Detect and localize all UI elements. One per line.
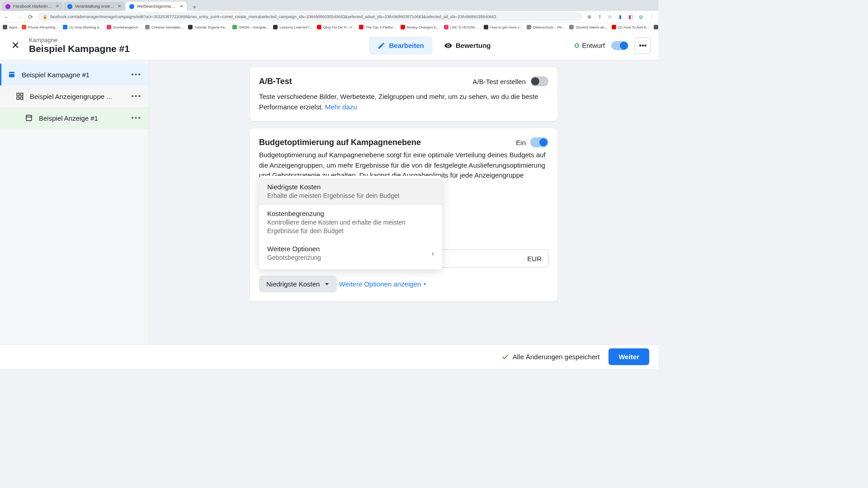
bookmark-favicon-icon (188, 25, 193, 29)
bookmark-favicon-icon (484, 25, 488, 29)
extension-icon-1[interactable]: ▮ (617, 14, 623, 20)
tab-close-icon[interactable]: ✕ (179, 5, 183, 8)
bookmark-item[interactable]: Tutorial: Eigene Fa... (188, 25, 228, 29)
bookmark-item[interactable]: Datenschutz – Re... (527, 25, 565, 29)
item-more-icon[interactable]: ••• (131, 70, 142, 79)
bookmark-favicon-icon (107, 25, 111, 29)
bookmark-favicon-icon (317, 25, 321, 29)
bookmark-item[interactable]: How to get more v... (484, 25, 522, 29)
browser-chrome: Facebook Marketing & Werbe...✕Veranstalt… (0, 0, 658, 31)
extension-icon-3[interactable]: ◍ (638, 14, 644, 20)
bookmark-item[interactable]: (1) How Working a... (63, 25, 102, 29)
tab-close-icon[interactable]: ✕ (56, 5, 59, 8)
bookmark-favicon-icon (654, 25, 658, 29)
tab-close-icon[interactable]: ✕ (118, 5, 121, 8)
favicon-icon (5, 4, 10, 9)
url-input[interactable]: 🔒 facebook.com/adsmanager/manage/campaig… (38, 12, 582, 21)
ad-icon (24, 113, 33, 122)
budget-toggle-label: Ein (516, 139, 526, 146)
abtest-toggle-label: A/B-Test erstellen (472, 78, 526, 85)
sidebar: Beispiel Kampagne #1•••Beispiel Anzeigen… (0, 60, 149, 344)
svg-rect-3 (21, 97, 23, 99)
dropdown-option[interactable]: Weitere OptionenGebotsbegrenzung› (259, 240, 442, 267)
budget-toggle[interactable] (530, 137, 548, 147)
draft-label: Entwurf (582, 42, 605, 49)
header-titles: Kampagne Beispiel Kampagne #1 (29, 37, 130, 54)
show-more-options-link[interactable]: Weitere Optionen anzeigen ▾ (339, 280, 426, 288)
sidebar-item-ad[interactable]: Beispiel Anzeige #1••• (0, 107, 149, 129)
close-button[interactable]: ✕ (7, 38, 24, 54)
sidebar-item-label: Beispiel Anzeigengruppe ... (30, 93, 131, 100)
tab-title: Veranstaltung erstellen | Face... (75, 4, 115, 9)
svg-rect-1 (21, 93, 23, 95)
extension-icon-2[interactable]: ◧ (627, 14, 634, 20)
campaign-active-toggle[interactable] (611, 41, 628, 50)
caret-down-icon: ▾ (424, 282, 426, 286)
sidebar-item-campaign[interactable]: Beispiel Kampagne #1••• (0, 64, 149, 85)
forward-button[interactable]: → (14, 13, 23, 21)
bookmark-item[interactable]: Phone Recycling... (22, 25, 58, 29)
bid-strategy-dropdown[interactable]: Niedrigste Kosten (259, 276, 337, 292)
browser-tab[interactable]: Facebook Marketing & Werbe...✕ (2, 2, 63, 11)
url-bar: ← → ⟳ 🔒 facebook.com/adsmanager/manage/c… (0, 11, 658, 23)
bookmark-item[interactable]: Apps (3, 25, 17, 29)
item-more-icon[interactable]: ••• (131, 92, 142, 100)
bookmark-item[interactable]: Chinese translatio... (145, 25, 184, 29)
bookmark-favicon-icon (527, 25, 531, 29)
bookmark-item[interactable]: The Top 3 Platfor... (359, 25, 396, 29)
next-button[interactable]: Weiter (609, 348, 649, 365)
bookmark-item[interactable]: Lessons Learned f... (273, 25, 312, 29)
dropdown-option[interactable]: KostenbegrenzungKontrolliere deine Koste… (259, 205, 442, 240)
status-dot-icon (575, 43, 579, 48)
bookmarks-bar: AppsPhone Recycling...(1) How Working a.… (0, 23, 658, 31)
bookmark-favicon-icon (401, 25, 405, 29)
bookmark-favicon-icon (359, 25, 363, 29)
edit-label: Bearbeiten (389, 42, 424, 49)
lock-icon: 🔒 (42, 14, 47, 19)
bookmark-item[interactable]: Student Wants an... (569, 25, 607, 29)
star-icon[interactable]: ☆ (607, 14, 613, 20)
header-label: Kampagne (29, 37, 130, 43)
chevron-right-icon: › (432, 249, 434, 258)
bookmark-favicon-icon (232, 25, 237, 29)
browser-tab[interactable]: Veranstaltung erstellen | Face...✕ (64, 2, 125, 11)
bookmark-favicon-icon (63, 25, 67, 29)
share-icon[interactable]: ⇪ (596, 14, 603, 20)
new-tab-button[interactable]: + (190, 3, 198, 11)
browser-tab[interactable]: Werbeanzeigenmanager - We...✕ (126, 2, 187, 11)
campaign-icon (7, 70, 16, 79)
abtest-card: A/B-Test A/B-Test erstellen Teste versch… (250, 67, 557, 121)
saved-status: Alle Änderungen gespeichert (501, 353, 600, 361)
url-text: facebook.com/adsmanager/manage/campaigns… (50, 14, 496, 19)
bookmark-item[interactable]: Money Changes E... (401, 25, 439, 29)
caret-down-icon (324, 282, 330, 287)
bookmark-item[interactable]: Leseliste (654, 25, 658, 29)
review-label: Bewertung (456, 42, 491, 49)
bookmark-item[interactable]: Sonderangebot... (107, 25, 141, 29)
item-more-icon[interactable]: ••• (131, 114, 142, 122)
dropdown-option[interactable]: Niedrigste KostenErhalte die meisten Erg… (259, 178, 442, 205)
budget-title: Budgetoptimierung auf Kampagnenebene (259, 138, 421, 147)
review-button[interactable]: Bewertung (436, 37, 499, 55)
bookmark-item[interactable]: (2) How To Add A... (612, 25, 649, 29)
refresh-button[interactable]: ⟳ (26, 13, 34, 21)
svg-rect-0 (17, 93, 19, 95)
bookmark-favicon-icon (612, 25, 616, 29)
content-area: A/B-Test A/B-Test erstellen Teste versch… (149, 60, 658, 344)
abtest-toggle[interactable] (530, 76, 548, 86)
back-button[interactable]: ← (3, 13, 11, 21)
eye-icon (444, 42, 452, 50)
more-menu-button[interactable]: ••• (635, 38, 651, 54)
bookmark-favicon-icon (3, 25, 7, 29)
svg-rect-2 (17, 97, 19, 99)
abtest-learn-more-link[interactable]: Mehr dazu (325, 103, 357, 111)
bookmark-item[interactable]: Qing Fei De Yi - Y... (317, 25, 355, 29)
edit-button[interactable]: Bearbeiten (369, 37, 432, 55)
footer: Alle Änderungen gespeichert Weiter (0, 344, 658, 369)
bid-strategy-popover: Niedrigste KostenErhalte die meisten Erg… (259, 176, 442, 269)
bookmark-item[interactable]: GMSN - Vologda... (232, 25, 269, 29)
browser-menu-icon[interactable]: ⋮ (648, 14, 655, 20)
bookmark-item[interactable]: LEE 'S HOUSE-... (444, 25, 479, 29)
sidebar-item-adset[interactable]: Beispiel Anzeigengruppe ...••• (0, 85, 149, 107)
zoom-icon[interactable]: ⊕ (586, 14, 592, 20)
